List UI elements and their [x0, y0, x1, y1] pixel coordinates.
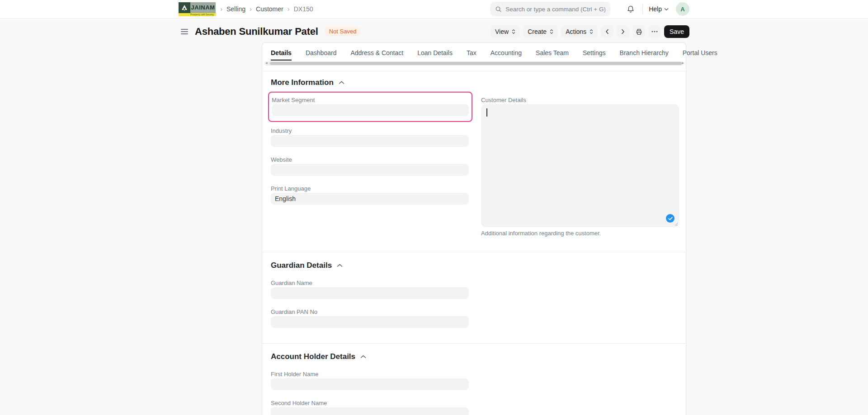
- page-head: Ashaben Sunilkumar Patel Not Saved View …: [0, 24, 868, 39]
- horizontal-scrollbar[interactable]: ◂ ▸: [264, 61, 684, 65]
- user-avatar[interactable]: A: [676, 2, 689, 16]
- field-label: Customer Details: [481, 97, 679, 103]
- create-button[interactable]: Create: [523, 25, 558, 38]
- column-left: Guardian Name Guardian PAN No: [271, 280, 469, 338]
- search-icon: [495, 6, 502, 13]
- tab-loan-details[interactable]: Loan Details: [417, 49, 453, 61]
- tab-sales-team[interactable]: Sales Team: [536, 49, 569, 61]
- field-label: Guardian PAN No: [271, 309, 469, 315]
- field-industry: Industry: [271, 128, 469, 147]
- top-navbar: JAINAM Prosperity with Security › Sellin…: [0, 0, 868, 19]
- printer-icon: [636, 28, 642, 35]
- notifications-bell-button[interactable]: [625, 3, 637, 15]
- logo-tagline: Prosperity with Security: [179, 13, 216, 16]
- guardian-name-input[interactable]: [271, 287, 469, 299]
- save-button[interactable]: Save: [664, 25, 689, 38]
- breadcrumb: › Selling › Customer › DX150: [220, 5, 313, 13]
- column-left: First Holder Name Second Holder Name Thi…: [271, 371, 469, 415]
- breadcrumb-separator-icon: ›: [250, 5, 252, 12]
- first-holder-name-input[interactable]: [271, 378, 469, 390]
- jainam-logo[interactable]: JAINAM Prosperity with Security: [179, 2, 216, 16]
- breadcrumb-customer[interactable]: Customer: [256, 5, 283, 13]
- website-input[interactable]: [271, 164, 469, 176]
- chevron-down-icon: [664, 8, 669, 11]
- field-label: Website: [271, 157, 469, 163]
- global-search[interactable]: [490, 2, 610, 16]
- help-dropdown[interactable]: Help: [649, 5, 669, 13]
- market-segment-highlight: Market Segment: [268, 92, 472, 122]
- section-guardian-details-toggle[interactable]: Guardian Details: [271, 261, 677, 270]
- field-customer-details: Customer Details: [481, 97, 679, 237]
- resize-handle-icon[interactable]: [674, 222, 678, 226]
- help-label: Help: [649, 5, 662, 13]
- breadcrumb-selling[interactable]: Selling: [226, 5, 245, 13]
- chevron-up-icon: [337, 264, 343, 267]
- chevron-left-icon: [605, 29, 609, 34]
- check-icon: [668, 217, 673, 220]
- column-left: Market Segment Industry Website: [271, 97, 469, 247]
- scroll-right-arrow-icon[interactable]: ▸: [682, 61, 684, 65]
- avatar-initial: A: [680, 6, 684, 13]
- print-language-input[interactable]: English: [271, 193, 469, 205]
- field-label: Print Language: [271, 186, 469, 192]
- previous-document-button[interactable]: [601, 25, 613, 38]
- field-website: Website: [271, 157, 469, 176]
- text-cursor: [486, 108, 487, 117]
- confirm-check-button[interactable]: [666, 214, 675, 223]
- tab-portal-users[interactable]: Portal Users: [683, 49, 717, 61]
- tab-details[interactable]: Details: [271, 49, 292, 61]
- section-more-information-toggle[interactable]: More Information: [271, 78, 677, 87]
- bell-icon: [627, 5, 635, 13]
- field-label: Guardian Name: [271, 280, 469, 286]
- chevron-up-icon: [339, 81, 344, 84]
- form-layout: More Information Market Segment: [262, 71, 686, 415]
- column-right: Customer Details: [481, 97, 679, 247]
- section-more-information: More Information Market Segment: [262, 71, 686, 252]
- select-caret-icon: [550, 29, 553, 34]
- customer-details-textarea[interactable]: [481, 104, 679, 227]
- page-title: Ashaben Sunilkumar Patel: [195, 26, 318, 37]
- industry-input[interactable]: [271, 135, 469, 147]
- tab-dashboard[interactable]: Dashboard: [306, 49, 337, 61]
- menu-more-button[interactable]: [648, 25, 661, 38]
- section-title: More Information: [271, 78, 334, 87]
- select-caret-icon: [590, 29, 593, 34]
- actions-button[interactable]: Actions: [561, 25, 598, 38]
- view-button[interactable]: View: [491, 25, 520, 38]
- field-label: Second Holder Name: [271, 400, 469, 406]
- field-guardian-name: Guardian Name: [271, 280, 469, 299]
- field-label: Industry: [271, 128, 469, 134]
- sidebar-toggle-button[interactable]: [179, 27, 190, 37]
- field-second-holder-name: Second Holder Name: [271, 400, 469, 415]
- tab-address-contact[interactable]: Address & Contact: [350, 49, 403, 61]
- breadcrumb-current-docname: DX150: [294, 5, 313, 13]
- field-market-segment: Market Segment: [272, 96, 469, 116]
- second-holder-name-input[interactable]: [271, 407, 469, 415]
- not-saved-badge: Not Saved: [325, 27, 361, 37]
- field-print-language: Print Language English: [271, 186, 469, 205]
- guardian-pan-no-input[interactable]: [271, 316, 469, 328]
- logo-triangle-icon: [179, 2, 190, 13]
- tab-settings[interactable]: Settings: [583, 49, 606, 61]
- section-title: Guardian Details: [271, 261, 332, 270]
- section-guardian-details: Guardian Details Guardian Name: [262, 252, 686, 343]
- tab-branch-hierarchy[interactable]: Branch Hierarchy: [620, 49, 669, 61]
- section-account-holder-details-toggle[interactable]: Account Holder Details: [271, 352, 677, 361]
- column-right: [481, 371, 679, 415]
- field-guardian-pan-no: Guardian PAN No: [271, 309, 469, 328]
- print-button[interactable]: [632, 25, 645, 38]
- tab-accounting[interactable]: Accounting: [491, 49, 522, 61]
- breadcrumb-separator-icon: ›: [288, 5, 290, 12]
- navbar-divider: [642, 4, 643, 14]
- logo-brand-text: JAINAM: [190, 2, 216, 13]
- chevron-right-icon: [621, 29, 625, 34]
- tab-tax[interactable]: Tax: [467, 49, 476, 61]
- field-label: Market Segment: [272, 96, 469, 103]
- search-input[interactable]: [505, 6, 605, 13]
- section-account-holder-details: Account Holder Details First Holder Name: [262, 343, 686, 415]
- market-segment-input[interactable]: [272, 104, 469, 116]
- scrollbar-thumb[interactable]: [270, 62, 682, 65]
- scroll-left-arrow-icon[interactable]: ◂: [265, 61, 268, 65]
- menu-icon: [181, 29, 188, 30]
- next-document-button[interactable]: [617, 25, 629, 38]
